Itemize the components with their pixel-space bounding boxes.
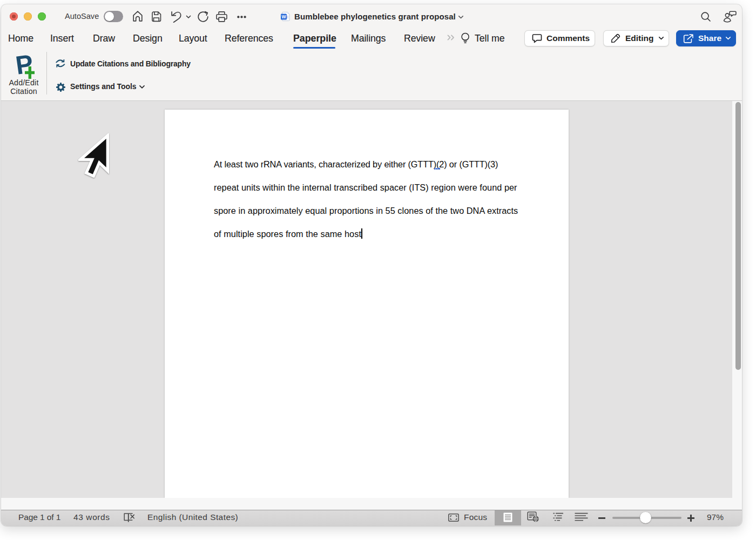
svg-text:W: W — [281, 14, 286, 19]
